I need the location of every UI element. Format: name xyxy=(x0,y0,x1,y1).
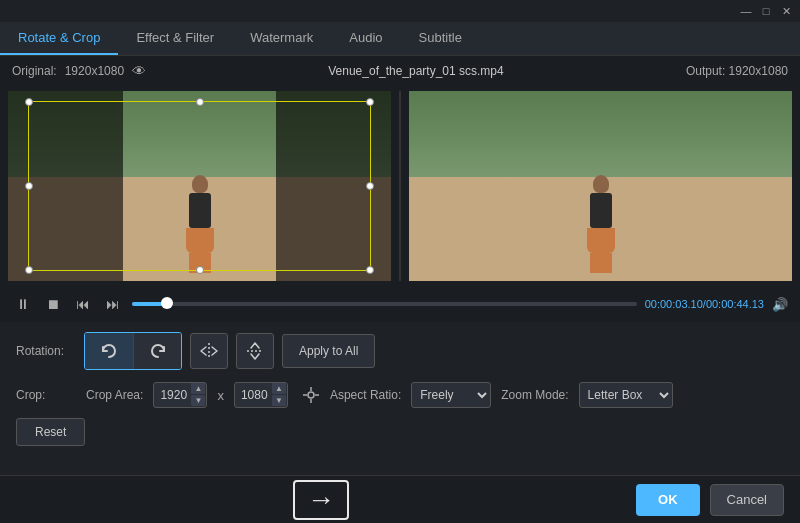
eye-icon[interactable]: 👁 xyxy=(132,63,146,79)
width-down-button[interactable]: ▼ xyxy=(191,395,205,406)
apply-to-all-button[interactable]: Apply to All xyxy=(282,334,375,368)
crop-label: Crop: xyxy=(16,388,76,402)
cancel-button[interactable]: Cancel xyxy=(710,484,784,516)
next-arrow-icon: → xyxy=(293,480,349,520)
tab-subtitle[interactable]: Subtitle xyxy=(401,22,480,55)
rotation-row: Rotation: xyxy=(16,332,784,370)
aspect-ratio-select[interactable]: Freely 16:9 4:3 1:1 xyxy=(411,382,491,408)
output-label: Output: xyxy=(686,64,725,78)
minimize-button[interactable]: — xyxy=(738,3,754,19)
reset-row: Reset xyxy=(16,418,784,446)
time-total: 00:00:44.13 xyxy=(706,298,764,310)
rotation-buttons-group xyxy=(84,332,182,370)
bottom-bar: → OK Cancel xyxy=(0,475,800,523)
prev-frame-button[interactable]: ⏮ xyxy=(72,293,94,315)
left-preview xyxy=(8,91,391,281)
rotate-left-button[interactable] xyxy=(85,333,133,369)
stop-button[interactable]: ⏹ xyxy=(42,293,64,315)
aspect-ratio-label: Aspect Ratio: xyxy=(330,388,401,402)
info-bar: Original: 1920x1080 👁 Venue_of_the_party… xyxy=(0,56,800,86)
width-up-button[interactable]: ▲ xyxy=(191,383,205,394)
zoom-mode-select[interactable]: Letter Box Pan & Scan Full xyxy=(579,382,673,408)
reset-button[interactable]: Reset xyxy=(16,418,85,446)
right-preview xyxy=(409,91,792,281)
controls-section: Rotation: xyxy=(0,322,800,456)
tab-audio[interactable]: Audio xyxy=(331,22,400,55)
original-label: Original: xyxy=(12,64,57,78)
crop-row: Crop: Crop Area: ▲ ▼ x ▲ ▼ xyxy=(16,382,784,408)
play-pause-button[interactable]: ⏸ xyxy=(12,293,34,315)
tab-rotate-crop[interactable]: Rotate & Crop xyxy=(0,22,118,55)
width-input-group: ▲ ▼ xyxy=(153,382,207,408)
crosshair-icon[interactable] xyxy=(302,386,320,405)
rotate-right-button[interactable] xyxy=(133,333,181,369)
close-button[interactable]: ✕ xyxy=(778,3,794,19)
original-size: 1920x1080 xyxy=(65,64,124,78)
rotation-label: Rotation: xyxy=(16,344,76,358)
tab-watermark[interactable]: Watermark xyxy=(232,22,331,55)
height-up-button[interactable]: ▲ xyxy=(272,383,286,394)
maximize-button[interactable]: □ xyxy=(758,3,774,19)
flip-vertical-button[interactable] xyxy=(236,333,274,369)
height-input-group: ▲ ▼ xyxy=(234,382,288,408)
zoom-mode-label: Zoom Mode: xyxy=(501,388,568,402)
preview-divider xyxy=(399,91,401,281)
progress-thumb[interactable] xyxy=(161,297,173,309)
right-video-thumb xyxy=(409,91,792,281)
person-figure-right xyxy=(587,175,615,273)
arrow-hint: → xyxy=(293,480,349,520)
filename: Venue_of_the_party_01 scs.mp4 xyxy=(328,64,503,78)
crop-area-label: Crop Area: xyxy=(86,388,143,402)
height-down-button[interactable]: ▼ xyxy=(272,395,286,406)
left-video-thumb xyxy=(8,91,391,281)
time-display: 00:00:03.10/00:00:44.13 xyxy=(645,298,764,310)
tab-bar: Rotate & Crop Effect & Filter Watermark … xyxy=(0,22,800,56)
dimension-separator: x xyxy=(217,388,224,403)
next-frame-button[interactable]: ⏭ xyxy=(102,293,124,315)
svg-point-2 xyxy=(308,392,314,398)
output-size: 1920x1080 xyxy=(729,64,788,78)
flip-horizontal-button[interactable] xyxy=(190,333,228,369)
volume-icon[interactable]: 🔊 xyxy=(772,297,788,312)
playback-bar: ⏸ ⏹ ⏮ ⏭ 00:00:03.10/00:00:44.13 🔊 xyxy=(0,286,800,322)
progress-bar[interactable] xyxy=(132,302,637,306)
preview-area xyxy=(0,86,800,286)
ok-button[interactable]: OK xyxy=(636,484,700,516)
person-figure-left xyxy=(186,175,214,273)
title-bar: — □ ✕ xyxy=(0,0,800,22)
tab-effect-filter[interactable]: Effect & Filter xyxy=(118,22,232,55)
time-current: 00:00:03.10 xyxy=(645,298,703,310)
